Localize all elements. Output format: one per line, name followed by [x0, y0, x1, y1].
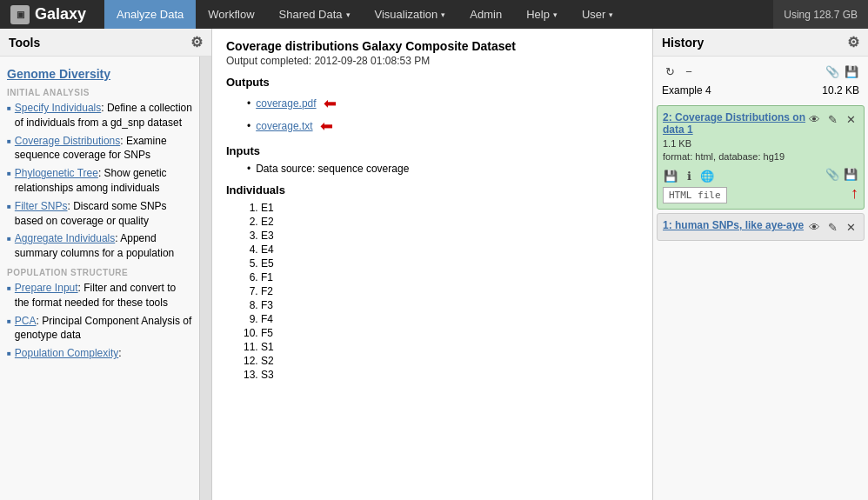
- individual-item: F5: [261, 327, 638, 339]
- individual-item: F2: [261, 285, 638, 297]
- coverage-distributions-link[interactable]: Coverage Distributions: [15, 135, 120, 147]
- usage-indicator: Using 128.7 GB: [773, 0, 868, 29]
- nav-visualization[interactable]: Visualization ▾: [363, 0, 458, 29]
- tools-scroll-content: Genome Diversity INITIAL ANALYSIS Specif…: [0, 57, 199, 500]
- help-caret: ▾: [553, 10, 558, 19]
- tools-item-pca: PCA: Principal Component Analysis of gen…: [7, 314, 192, 343]
- input-source: • Data source: sequence coverage: [247, 163, 638, 175]
- tools-header: Tools ⚙: [0, 29, 211, 57]
- coverage-pdf-link[interactable]: coverage.pdf: [256, 97, 316, 110]
- individual-item: F1: [261, 271, 638, 283]
- outputs-label: Outputs: [226, 76, 638, 89]
- individual-item: E1: [261, 202, 638, 214]
- tools-item-aggregate-individuals: Aggregate Individuals: Append summary co…: [7, 231, 192, 261]
- output-file-txt: • coverage.txt ⬅: [247, 117, 638, 136]
- individual-item: S2: [261, 355, 638, 367]
- history-item-1-title[interactable]: 1: human SNPs, like aye-aye: [663, 219, 804, 231]
- individual-item: S3: [261, 369, 638, 381]
- nav-admin[interactable]: Admin: [457, 0, 514, 29]
- history-item-1-eye[interactable]: 👁: [806, 219, 822, 235]
- history-gear-icon[interactable]: ⚙: [847, 34, 859, 50]
- history-item-2-globe[interactable]: 🌐: [699, 168, 715, 183]
- tools-panel: Tools ⚙ Genome Diversity INITIAL ANALYSI…: [0, 29, 212, 500]
- history-refresh-icon[interactable]: ↻: [662, 63, 678, 79]
- history-item-1-icons: 👁 ✎ ✕: [806, 219, 858, 235]
- nav-shared-data[interactable]: Shared Data ▾: [267, 0, 363, 29]
- main-layout: Tools ⚙ Genome Diversity INITIAL ANALYSI…: [0, 29, 868, 500]
- history-item-2-disk[interactable]: 💾: [663, 168, 678, 183]
- history-paperclip-icon[interactable]: 📎: [825, 63, 840, 79]
- history-panel: History ⚙ ↻ − 📎 💾 Example 4 10.2 KB: [652, 29, 868, 500]
- history-item-2-info[interactable]: ℹ: [681, 168, 697, 183]
- user-caret: ▾: [609, 10, 613, 19]
- phylogenetic-tree-link[interactable]: Phylogenetic Tree: [15, 167, 98, 179]
- history-item-2-format: format: html, database: hg19: [663, 151, 858, 162]
- output-completed: Output completed: 2012-09-28 01:08:53 PM: [226, 55, 638, 67]
- history-item-2-eye[interactable]: 👁: [806, 111, 822, 127]
- tools-item-prepare-input: Prepare Input: Filter and convert to the…: [7, 281, 192, 310]
- coverage-txt-link[interactable]: coverage.txt: [256, 120, 312, 132]
- center-title: Coverage distributions Galaxy Composite …: [226, 39, 638, 53]
- history-header: History ⚙: [653, 29, 868, 57]
- history-item-2-pencil[interactable]: ✎: [825, 111, 840, 127]
- history-item-2: 2: Coverage Distributions on data 1 👁 ✎ …: [657, 105, 865, 210]
- individual-item: F3: [261, 299, 638, 311]
- nav-user[interactable]: User ▾: [570, 0, 625, 29]
- tools-section-population: POPULATION STRUCTURE: [7, 268, 192, 277]
- history-item-2-bottom-icons: 💾 ℹ 🌐: [663, 168, 715, 183]
- aggregate-individuals-link[interactable]: Aggregate Individuals: [15, 232, 115, 244]
- individual-item: E3: [261, 230, 638, 242]
- history-item-2-top: 2: Coverage Distributions on data 1 👁 ✎ …: [663, 111, 858, 136]
- individual-item: F4: [261, 313, 638, 325]
- history-example-name: Example 4: [662, 84, 711, 97]
- history-item-2-size: 1.1 KB: [663, 138, 858, 149]
- app-logo: ▣ Galaxy: [0, 5, 104, 24]
- tools-scrollbar[interactable]: [199, 57, 211, 500]
- tools-item-phylogenetic-tree: Phylogenetic Tree: Show genetic relation…: [7, 166, 192, 196]
- history-example-row: Example 4 10.2 KB: [657, 83, 865, 102]
- top-navigation: ▣ Galaxy Analyze Data Workflow Shared Da…: [0, 0, 868, 29]
- nav-workflow[interactable]: Workflow: [196, 0, 266, 29]
- tools-genome-diversity[interactable]: Genome Diversity: [7, 67, 192, 81]
- tools-item-specify-individuals: Specify Individuals: Define a collection…: [7, 101, 192, 130]
- history-right-icons: 📎 💾: [825, 63, 859, 79]
- tools-gear-icon[interactable]: ⚙: [190, 34, 203, 50]
- filter-snps-link[interactable]: Filter SNPs: [15, 200, 68, 212]
- shared-data-caret: ▾: [346, 10, 351, 19]
- nav-help[interactable]: Help ▾: [514, 0, 570, 29]
- pca-link[interactable]: PCA: [15, 315, 37, 327]
- history-item-2-save2[interactable]: 💾: [843, 166, 858, 182]
- history-example-size: 10.2 KB: [822, 84, 859, 97]
- nav-analyze-data[interactable]: Analyze Data: [104, 0, 196, 29]
- history-minus-icon[interactable]: −: [681, 63, 697, 79]
- history-item-1-top: 1: human SNPs, like aye-aye 👁 ✎ ✕: [663, 219, 858, 235]
- history-item-1: 1: human SNPs, like aye-aye 👁 ✎ ✕: [657, 213, 865, 241]
- history-item-1-close[interactable]: ✕: [843, 219, 858, 235]
- individuals-list: E1E2E3E4E5F1F2F3F4F5S1S2S3: [247, 202, 638, 381]
- html-file-label: HTML file: [663, 187, 727, 203]
- pdf-arrow: ⬅: [324, 94, 337, 113]
- app-name: Galaxy: [35, 5, 86, 23]
- history-top-icons: ↻ −: [662, 63, 697, 79]
- history-item-2-close[interactable]: ✕: [843, 111, 858, 127]
- history-item-1-pencil[interactable]: ✎: [825, 219, 840, 235]
- history-item-2-title[interactable]: 2: Coverage Distributions on data 1: [663, 111, 806, 136]
- txt-arrow: ⬅: [320, 117, 333, 136]
- inputs-label: Inputs: [226, 144, 638, 157]
- tools-item-coverage-distributions: Coverage Distributions: Examine sequence…: [7, 134, 192, 163]
- prepare-input-link[interactable]: Prepare Input: [15, 282, 78, 294]
- history-top-bar: ↻ − 📎 💾: [657, 60, 865, 83]
- individuals-label: Individuals: [226, 183, 638, 197]
- tools-title: Tools: [9, 36, 40, 50]
- history-body: ↻ − 📎 💾 Example 4 10.2 KB 2: Coverage Di…: [653, 57, 868, 500]
- logo-icon: ▣: [10, 5, 30, 24]
- tools-item-population-complexity: Population Complexity:: [7, 346, 192, 361]
- specify-individuals-link[interactable]: Specify Individuals: [15, 102, 101, 114]
- visualization-caret: ▾: [441, 10, 445, 19]
- individual-item: E2: [261, 216, 638, 228]
- history-save-icon[interactable]: 💾: [844, 63, 859, 79]
- history-item-2-paperclip[interactable]: 📎: [825, 166, 840, 182]
- tools-item-filter-snps: Filter SNPs: Discard some SNPs based on …: [7, 199, 192, 229]
- population-complexity-link[interactable]: Population Complexity: [15, 347, 118, 359]
- individual-item: E4: [261, 243, 638, 256]
